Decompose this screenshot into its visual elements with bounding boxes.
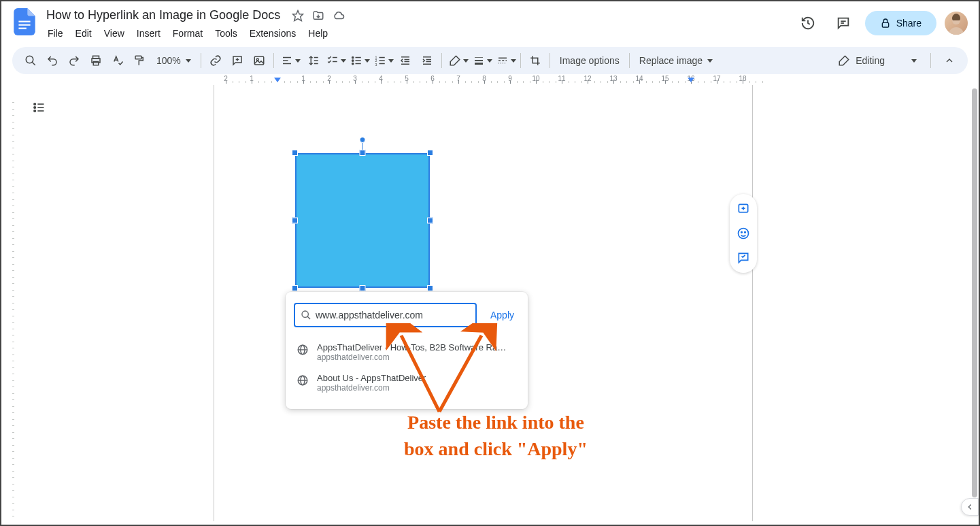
resize-handle[interactable] (292, 218, 298, 224)
menu-file[interactable]: File (42, 25, 69, 42)
zoom-select[interactable]: 100% (151, 55, 197, 66)
suggest-edits-button[interactable] (732, 247, 754, 269)
menu-extensions[interactable]: Extensions (244, 25, 301, 42)
svg-point-62 (739, 229, 749, 239)
menu-help[interactable]: Help (303, 25, 333, 42)
border-weight-icon[interactable] (470, 50, 492, 71)
add-comment-icon[interactable] (227, 50, 248, 71)
selected-image[interactable] (295, 153, 430, 288)
svg-rect-16 (254, 56, 264, 65)
chevron-down-icon (707, 59, 713, 63)
chevron-down-icon (511, 59, 516, 63)
increase-indent-icon[interactable] (417, 50, 437, 71)
insert-link-icon[interactable] (205, 50, 226, 71)
link-url-input-wrapper (294, 303, 477, 327)
apply-link-button[interactable]: Apply (485, 306, 520, 325)
svg-point-8 (26, 56, 33, 63)
replace-image-button[interactable]: Replace image (634, 55, 718, 66)
bulleted-list-icon[interactable] (348, 50, 370, 71)
resize-handle[interactable] (292, 150, 298, 156)
svg-point-54 (34, 107, 36, 109)
globe-icon (297, 344, 309, 356)
resize-handle[interactable] (427, 150, 433, 156)
move-folder-icon[interactable] (311, 9, 325, 22)
lock-icon (880, 18, 891, 29)
comments-icon[interactable] (830, 10, 857, 37)
svg-point-65 (302, 311, 308, 317)
line-spacing-icon[interactable] (302, 50, 322, 71)
resize-handle[interactable] (360, 285, 366, 291)
resize-handle[interactable] (427, 218, 433, 224)
link-suggestion[interactable]: About Us - AppsThatDeliver appsthatdeliv… (294, 367, 520, 398)
floating-comment-tools (730, 194, 757, 273)
suggestion-url: appsthatdeliver.com (317, 352, 507, 362)
svg-point-53 (34, 103, 36, 105)
image-options-button[interactable]: Image options (554, 55, 625, 66)
link-url-input[interactable] (316, 304, 470, 326)
svg-rect-0 (18, 21, 30, 22)
svg-marker-3 (293, 10, 303, 20)
chevron-down-icon (186, 59, 191, 63)
undo-icon[interactable] (42, 50, 63, 71)
insert-image-icon[interactable] (249, 50, 269, 71)
document-title[interactable]: How to Hyperlink an Image in Google Docs (42, 7, 284, 24)
svg-text:3: 3 (375, 63, 377, 67)
svg-point-63 (741, 232, 743, 233)
search-menus-icon[interactable] (20, 50, 41, 71)
resize-handle[interactable] (360, 150, 366, 156)
suggestion-title: About Us - AppsThatDeliver (317, 373, 426, 383)
vertical-scrollbar[interactable] (972, 88, 977, 497)
svg-rect-2 (18, 28, 26, 29)
history-icon[interactable] (794, 10, 822, 37)
share-button[interactable]: Share (865, 11, 936, 35)
redo-icon[interactable] (64, 50, 84, 71)
account-avatar[interactable] (945, 12, 968, 35)
suggestion-title: AppsThatDeliver - How-Tos, B2B Software … (317, 342, 507, 352)
checklist-icon[interactable] (324, 50, 346, 71)
chevron-down-icon (365, 59, 370, 63)
menu-format[interactable]: Format (167, 25, 208, 42)
svg-point-55 (34, 110, 36, 112)
emoji-reaction-button[interactable] (732, 223, 754, 244)
border-color-icon[interactable] (446, 50, 469, 71)
menu-view[interactable]: View (99, 25, 130, 42)
cloud-status-icon[interactable] (332, 9, 345, 22)
docs-app-icon[interactable] (12, 10, 37, 34)
border-dash-icon[interactable] (494, 50, 516, 71)
svg-line-9 (32, 62, 35, 65)
insert-link-popup: Apply AppsThatDeliver - How-Tos, B2B Sof… (286, 292, 528, 409)
star-icon[interactable] (291, 9, 305, 22)
svg-rect-1 (18, 24, 30, 26)
menu-tools[interactable]: Tools (209, 25, 243, 42)
resize-handle[interactable] (292, 285, 298, 291)
main-toolbar: 100% 123 Image options Replace image Edi… (12, 47, 968, 74)
menu-edit[interactable]: Edit (70, 25, 97, 42)
align-icon[interactable] (278, 50, 301, 71)
search-icon (301, 310, 311, 320)
vertical-ruler[interactable] (5, 102, 16, 518)
menu-insert[interactable]: Insert (131, 25, 166, 42)
suggestion-url: appsthatdeliver.com (317, 383, 426, 393)
chevron-down-icon (388, 59, 394, 63)
rotate-handle[interactable] (360, 137, 366, 143)
chevron-down-icon (487, 59, 492, 63)
horizontal-ruler[interactable]: 21123456789101112131415161718 (35, 74, 968, 85)
print-icon[interactable] (86, 50, 106, 71)
collapse-toolbar-icon[interactable] (939, 50, 960, 71)
resize-handle[interactable] (427, 285, 433, 291)
show-side-panel-icon[interactable] (961, 498, 979, 516)
chevron-down-icon (341, 59, 346, 63)
pencil-icon (838, 54, 850, 67)
crop-icon[interactable] (525, 50, 545, 71)
paint-format-icon[interactable] (129, 50, 150, 71)
decrease-indent-icon[interactable] (395, 50, 416, 71)
spellcheck-icon[interactable] (107, 50, 128, 71)
add-comment-button[interactable] (732, 198, 754, 220)
svg-line-66 (307, 316, 310, 319)
numbered-list-icon[interactable]: 123 (371, 50, 394, 71)
editing-mode-button[interactable]: Editing (828, 50, 926, 71)
link-suggestion[interactable]: AppsThatDeliver - How-Tos, B2B Software … (294, 337, 520, 367)
document-outline-icon[interactable] (29, 97, 49, 118)
svg-point-29 (352, 63, 353, 64)
chevron-down-icon (463, 59, 469, 63)
